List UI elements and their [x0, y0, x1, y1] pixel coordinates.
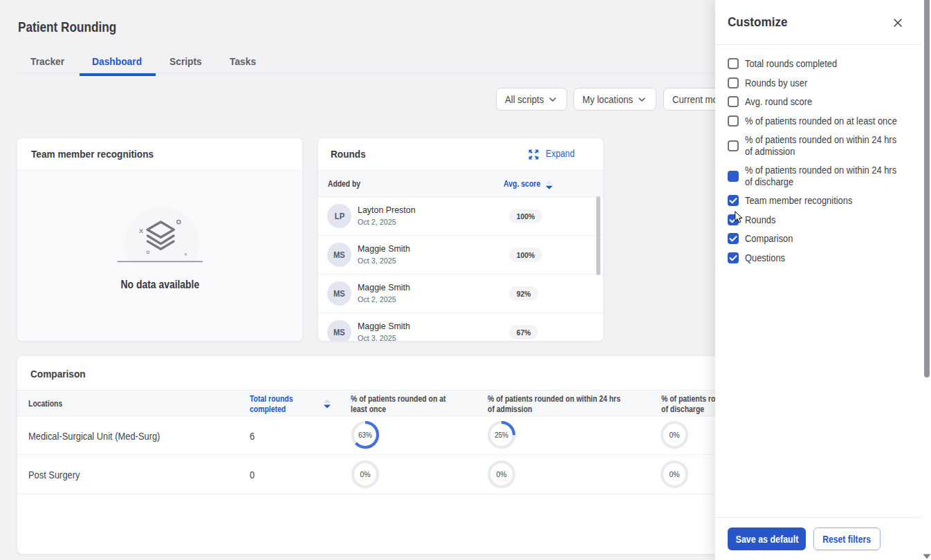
- svg-text:0%: 0%: [496, 470, 506, 478]
- svg-text:63%: 63%: [358, 431, 372, 439]
- svg-text:0%: 0%: [669, 470, 679, 478]
- svg-text:25%: 25%: [495, 431, 508, 439]
- svg-text:0%: 0%: [360, 470, 370, 478]
- svg-text:0%: 0%: [669, 431, 679, 439]
